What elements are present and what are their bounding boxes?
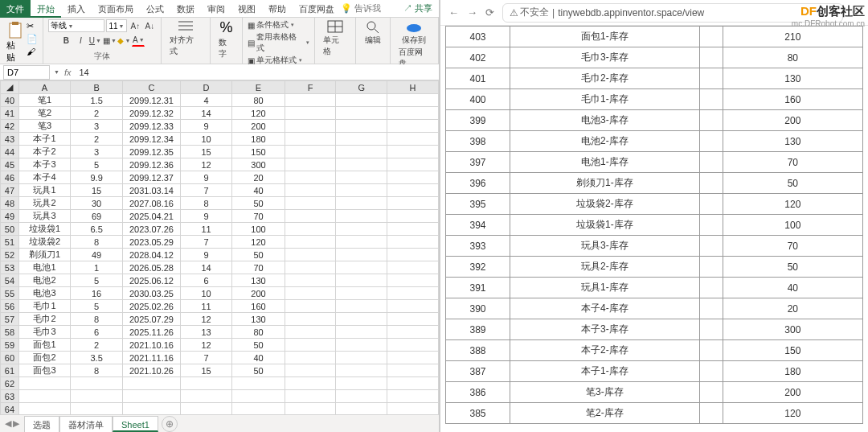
table-row[interactable]: 392玩具2-库存50 — [446, 257, 863, 278]
cell[interactable] — [336, 223, 387, 236]
table-row[interactable]: 385笔2-库存120 — [446, 403, 863, 424]
cell[interactable]: 1 — [71, 261, 123, 274]
row-header[interactable]: 51 — [1, 236, 19, 249]
cell[interactable] — [387, 184, 439, 197]
sheet-tab-1[interactable]: 器材清单 — [59, 416, 113, 432]
cell[interactable]: 8 — [71, 313, 123, 326]
cell[interactable]: 9 — [180, 249, 231, 261]
cell[interactable]: 垃圾袋1 — [18, 223, 70, 236]
cell[interactable] — [336, 184, 387, 197]
table-row[interactable]: 396剃须刀1-库存50 — [446, 173, 863, 194]
row-header[interactable]: 42 — [1, 120, 19, 133]
cell[interactable] — [71, 403, 123, 415]
cell[interactable]: 13 — [180, 326, 231, 339]
cell[interactable] — [336, 300, 387, 313]
cell[interactable]: 2030.03.25 — [123, 287, 181, 300]
cell[interactable]: 80 — [232, 326, 285, 339]
cell[interactable]: 80 — [232, 94, 285, 107]
table-row[interactable]: 386笔3-库存200 — [446, 382, 863, 403]
back-icon[interactable]: ← — [448, 6, 459, 19]
cell[interactable]: 9 — [180, 171, 231, 184]
cell[interactable]: 16 — [71, 287, 123, 300]
cell[interactable]: 2021.10.16 — [123, 339, 181, 352]
tell-me[interactable]: 💡告诉我 — [341, 2, 381, 14]
align-button[interactable]: 对齐方式 — [166, 19, 204, 57]
border-button[interactable]: ▦▼ — [103, 34, 116, 47]
table-row[interactable]: 393玩具3-库存70 — [446, 236, 863, 257]
cell[interactable]: 笔3 — [18, 120, 70, 133]
cell[interactable] — [123, 377, 181, 390]
cell[interactable] — [387, 94, 439, 107]
row-header[interactable]: 52 — [1, 249, 19, 261]
underline-button[interactable]: U▼ — [88, 34, 101, 47]
cell[interactable] — [336, 197, 387, 210]
table-row[interactable]: 402毛巾3-库存80 — [446, 47, 863, 68]
cell[interactable]: 70 — [232, 261, 285, 274]
cell[interactable] — [285, 236, 336, 249]
font-color-button[interactable]: A▼ — [132, 34, 145, 47]
cell[interactable] — [336, 158, 387, 171]
cell[interactable]: 2025.06.12 — [123, 274, 181, 287]
cell[interactable] — [285, 364, 336, 377]
dropdown-icon[interactable]: ▼ — [54, 69, 59, 75]
cell[interactable]: 14 — [180, 261, 231, 274]
cell[interactable]: 8 — [71, 236, 123, 249]
forward-icon[interactable]: → — [467, 6, 477, 19]
row-header[interactable]: 48 — [1, 197, 19, 210]
table-row[interactable]: 395垃圾袋2-库存120 — [446, 194, 863, 215]
cell[interactable]: 180 — [232, 133, 285, 146]
cell[interactable]: 6.5 — [71, 223, 123, 236]
cell[interactable] — [285, 249, 336, 261]
cell[interactable]: 9 — [180, 210, 231, 223]
cell[interactable]: 2027.08.16 — [123, 197, 181, 210]
cell[interactable] — [387, 249, 439, 261]
table-row[interactable]: 388本子2-库存150 — [446, 340, 863, 361]
name-box[interactable]: D7 — [3, 65, 50, 80]
table-row[interactable]: 387本子1-库存180 — [446, 361, 863, 382]
cell[interactable] — [387, 287, 439, 300]
row-header[interactable]: 46 — [1, 171, 19, 184]
sheet-tab-0[interactable]: 选题 — [24, 416, 59, 432]
cell[interactable]: 200 — [232, 120, 285, 133]
cell[interactable]: 2026.05.28 — [123, 261, 181, 274]
cell[interactable] — [180, 377, 231, 390]
cells-button[interactable]: 单元格 — [320, 19, 350, 57]
cell[interactable]: 本子1 — [18, 133, 70, 146]
cell[interactable] — [387, 352, 439, 364]
cell[interactable]: 面包1 — [18, 339, 70, 352]
cell[interactable]: 2099.12.33 — [123, 120, 181, 133]
cell[interactable]: 7 — [180, 184, 231, 197]
cell[interactable]: 面包3 — [18, 364, 70, 377]
cell[interactable]: 电池1 — [18, 261, 70, 274]
cell[interactable]: 150 — [232, 146, 285, 158]
copy-icon[interactable]: 📄 — [27, 34, 38, 45]
tab-home[interactable]: 开始 — [31, 0, 61, 18]
cell[interactable] — [123, 390, 181, 403]
cell[interactable]: 2028.04.12 — [123, 249, 181, 261]
col-header-C[interactable]: C — [123, 81, 181, 94]
cell[interactable]: 11 — [180, 223, 231, 236]
cell[interactable]: 2099.12.34 — [123, 133, 181, 146]
cell[interactable]: 50 — [232, 339, 285, 352]
cell[interactable]: 120 — [232, 236, 285, 249]
cell[interactable]: 2 — [71, 107, 123, 120]
cell[interactable] — [387, 313, 439, 326]
table-row[interactable]: 389本子3-库存300 — [446, 319, 863, 340]
cell[interactable]: 6 — [71, 326, 123, 339]
cell[interactable]: 6 — [180, 274, 231, 287]
tab-layout[interactable]: 页面布局 — [92, 0, 140, 18]
cell[interactable]: 2099.12.37 — [123, 171, 181, 184]
col-header-H[interactable]: H — [387, 81, 439, 94]
cell[interactable] — [387, 274, 439, 287]
italic-button[interactable]: I — [74, 34, 87, 47]
cell[interactable]: 50 — [232, 364, 285, 377]
font-size-select[interactable]: 11▼ — [106, 19, 127, 32]
row-header[interactable]: 45 — [1, 158, 19, 171]
cell[interactable] — [336, 133, 387, 146]
tab-insert[interactable]: 插入 — [61, 0, 92, 18]
row-header[interactable]: 43 — [1, 133, 19, 146]
cell[interactable]: 2025.02.26 — [123, 300, 181, 313]
cell[interactable] — [336, 146, 387, 158]
cell[interactable]: 2099.12.31 — [123, 94, 181, 107]
cell[interactable] — [336, 210, 387, 223]
